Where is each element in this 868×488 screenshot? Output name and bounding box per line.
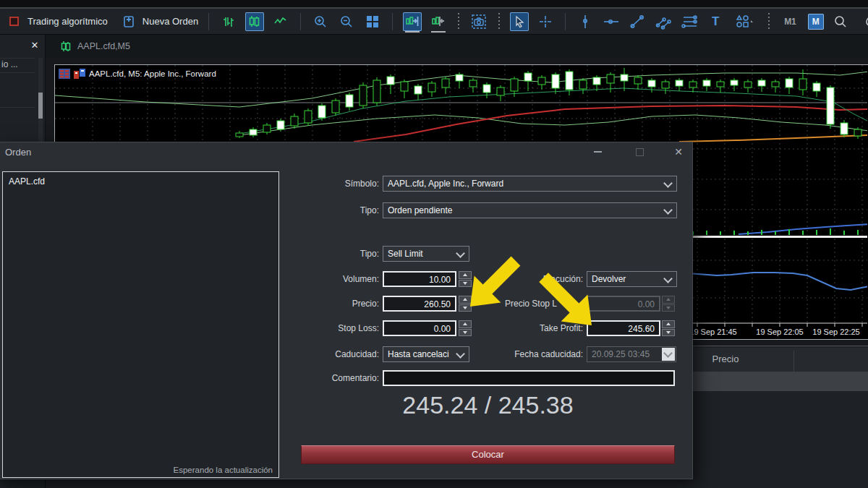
cursor-tool-icon[interactable]	[510, 12, 529, 31]
quote-watch-panel[interactable]: AAPL.cfd Esperando la actualización	[2, 171, 279, 478]
toolbar-separator-dotted	[498, 13, 500, 30]
watch-symbol-label: AAPL.cfd	[9, 176, 45, 187]
svg-text:19 Sep 22:25: 19 Sep 22:25	[812, 328, 859, 336]
price-stepper[interactable]	[459, 296, 472, 312]
vertical-line-tool-icon[interactable]	[576, 12, 595, 31]
pending-type-label: Tipo:	[299, 249, 379, 259]
shapes-tool-icon[interactable]	[732, 12, 758, 31]
screenshot-camera-icon[interactable]	[469, 12, 488, 31]
zoom-in-icon[interactable]	[311, 12, 330, 31]
price-input[interactable]: 260.50	[383, 296, 456, 312]
expiration-label: Caducidad:	[299, 349, 379, 359]
trendline-tool-icon[interactable]	[628, 12, 647, 31]
toolbar-separator-dotted	[768, 13, 770, 30]
channel-tool-icon[interactable]	[654, 12, 673, 31]
symbol-label: Símbolo:	[299, 179, 379, 189]
window-top-strip	[0, 0, 868, 9]
bid-ask-quote: 245.24 / 245.38	[301, 391, 675, 419]
expiration-select[interactable]: Hasta cancelaci	[383, 346, 469, 362]
zoom-out-icon[interactable]	[337, 12, 356, 31]
svg-text:19 Sep 21:45: 19 Sep 21:45	[689, 328, 736, 336]
pending-type-select[interactable]: Sell Limit	[383, 246, 469, 262]
execution-select[interactable]: Devolver	[587, 271, 677, 287]
expiration-date-select: 20.09.25 03:45	[587, 346, 676, 362]
chart-legend: AAPL.cfd, M5: Apple Inc., Forward	[59, 69, 216, 79]
timeframe-m5-button[interactable]: M	[808, 14, 824, 30]
take-profit-stepper[interactable]	[662, 320, 675, 336]
expiration-date-label: Fecha caducidad:	[478, 349, 583, 359]
stop-limit-price-stepper	[662, 296, 675, 312]
chevron-down-icon	[456, 249, 465, 258]
stop-loss-stepper[interactable]	[459, 320, 472, 336]
chart-data-icon[interactable]	[59, 69, 70, 79]
dialog-maximize-button[interactable]	[633, 145, 646, 158]
candlestick-chart-icon[interactable]	[245, 12, 264, 31]
column-divider	[793, 351, 794, 372]
waiting-update-status: Esperando la actualización	[174, 466, 273, 474]
order-dialog: Orden ✕ AAPL.cfd Esperando la actualizac…	[0, 142, 693, 479]
stop-loss-label: Stop Loss:	[299, 323, 379, 333]
symbol-select[interactable]: AAPL.cfd, Apple Inc., Forward	[383, 176, 677, 192]
toolbar-separator	[208, 13, 209, 30]
stop-limit-price-input: 0.00	[587, 296, 660, 312]
order-kind-label: Tipo:	[299, 205, 379, 215]
chevron-down-icon	[663, 179, 673, 188]
volume-label: Volumen:	[299, 274, 379, 284]
comment-label: Comentario:	[299, 373, 379, 383]
dialog-minimize-button[interactable]	[591, 145, 604, 158]
timeframe-m1-button[interactable]: M1	[780, 14, 801, 30]
chevron-down-icon	[663, 205, 673, 215]
toolbar-separator	[392, 13, 393, 30]
chart-legend-text: AAPL.cfd, M5: Apple Inc., Forward	[89, 69, 216, 78]
dialog-title: Orden	[5, 147, 31, 158]
toolbar-separator-dotted	[458, 13, 459, 30]
order-kind-select[interactable]: Orden pendiente	[383, 202, 677, 218]
volume-stepper[interactable]	[459, 271, 472, 287]
volume-input[interactable]: 10.00	[383, 271, 456, 287]
chart-properties-icon[interactable]	[74, 69, 85, 79]
sidebar-scrollbar-thumb[interactable]	[38, 93, 43, 119]
comment-input[interactable]	[383, 370, 675, 386]
line-chart-icon[interactable]	[271, 12, 290, 31]
crosshair-tool-icon[interactable]	[536, 12, 555, 31]
tab-candle-icon	[60, 40, 72, 52]
algo-trading-icon[interactable]	[9, 16, 20, 27]
new-order-icon[interactable]	[122, 15, 135, 28]
dialog-close-icon[interactable]: ✕	[672, 145, 685, 158]
bar-chart-icon[interactable]	[219, 12, 238, 31]
toolbar-separator	[565, 13, 566, 30]
take-profit-label: Take Profit:	[478, 323, 583, 333]
auto-scroll-icon[interactable]	[429, 12, 448, 31]
new-order-label[interactable]: Nueva Orden	[142, 16, 198, 27]
sidebar-column-fragment: io ...	[1, 59, 18, 69]
toolbar-separator	[300, 13, 301, 30]
svg-text:19 Sep 22:05: 19 Sep 22:05	[756, 328, 803, 336]
place-order-button[interactable]: Colocar	[301, 445, 675, 464]
price-column-header[interactable]: Precio	[682, 354, 769, 364]
algo-trading-label[interactable]: Trading algorítmico	[27, 16, 108, 27]
stop-limit-price-label: Precio Stop L	[505, 299, 592, 309]
tab-aapl-m5[interactable]: AAPL.cfd,M5	[77, 41, 130, 51]
chart-tab-bar: AAPL.cfd,M5	[46, 35, 868, 58]
shift-chart-right-icon[interactable]	[403, 12, 422, 31]
execution-label: Ejecución:	[478, 274, 583, 284]
stop-loss-input[interactable]: 0.00	[383, 320, 456, 336]
main-toolbar: Trading algorítmico Nueva Orden T M1 M	[0, 9, 868, 35]
chevron-down-icon	[663, 274, 673, 283]
fibonacci-tool-icon[interactable]	[680, 12, 699, 31]
sidebar-close-icon[interactable]: ✕	[27, 38, 42, 53]
chevron-down-icon	[456, 349, 465, 359]
calendar-dropdown-button	[662, 348, 675, 361]
text-tool-icon[interactable]: T	[706, 12, 725, 31]
take-profit-input[interactable]: 245.60	[587, 320, 660, 336]
horizontal-line-tool-icon[interactable]	[602, 12, 621, 31]
search-icon[interactable]	[831, 12, 850, 31]
clipped-toolbar-icon	[857, 12, 868, 31]
tile-windows-icon[interactable]	[363, 12, 382, 31]
price-label: Precio:	[299, 299, 379, 309]
